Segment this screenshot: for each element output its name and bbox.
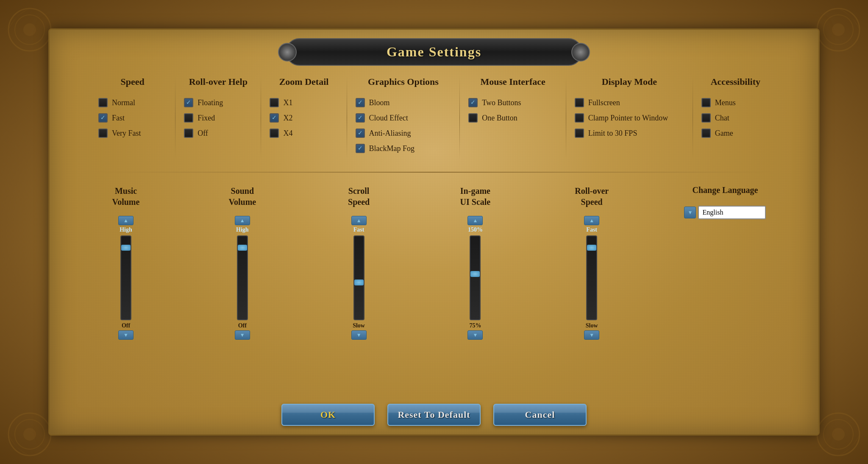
graphics-bloom-checkbox[interactable]: ✓ (356, 98, 365, 107)
speed-fast-checkbox[interactable]: ✓ (98, 113, 108, 123)
rollover-off-checkbox[interactable] (184, 129, 193, 138)
ui-scale-down-btn[interactable]: ▼ (467, 330, 483, 340)
rollover-off-label: Off (198, 129, 208, 138)
sound-volume-slider: Sound Volume ▲ High Off ▼ (217, 185, 268, 340)
rollover-speed-down-btn[interactable]: ▼ (584, 330, 599, 340)
sound-volume-top-label: High (236, 226, 249, 233)
music-volume-title: Music Volume (112, 185, 140, 207)
reset-button[interactable]: Reset To Default (387, 404, 481, 426)
zoom-detail-title: Zoom Detail (270, 76, 338, 87)
rollover-help-title: Roll-over Help (184, 76, 252, 87)
sound-volume-thumb[interactable] (238, 245, 247, 251)
graphics-cloud-checkbox[interactable]: ✓ (356, 113, 365, 123)
graphics-aa-checkbox[interactable]: ✓ (356, 129, 365, 138)
divider-1 (175, 76, 175, 159)
sound-volume-up-btn[interactable]: ▲ (235, 216, 250, 225)
graphics-fog-checkbox[interactable]: ✓ (356, 144, 365, 153)
rollover-speed-track[interactable] (586, 235, 597, 320)
sound-volume-container: ▲ High Off ▼ (217, 216, 268, 340)
mouse-one-checkbox[interactable] (468, 113, 478, 123)
access-game-item: Game (701, 129, 770, 138)
ok-button[interactable]: OK (281, 404, 375, 426)
language-dropdown-arrow[interactable]: ▼ (684, 207, 696, 218)
graphics-fog-label: BlackMap Fog (369, 144, 415, 153)
zoom-x4-label: X4 (283, 129, 292, 138)
zoom-x4-checkbox[interactable] (270, 129, 279, 138)
graphics-bloom-item: ✓ Bloom (356, 98, 451, 107)
corner-decoration-tr (813, 4, 864, 55)
ui-scale-up-btn[interactable]: ▲ (467, 216, 483, 225)
zoom-x1-label: X1 (283, 98, 292, 107)
language-value[interactable]: English (698, 206, 766, 219)
music-volume-thumb[interactable] (121, 245, 131, 251)
display-section: Display Mode Fullscreen Clamp Pointer to… (568, 76, 690, 159)
rollover-speed-top-label: Fast (586, 226, 597, 233)
display-fps-label: Limit to 30 FPS (588, 129, 637, 138)
mouse-section: Mouse Interface ✓ Two Buttons One Button (462, 76, 564, 159)
rollover-floating-checkbox[interactable]: ✓ (184, 98, 193, 107)
mouse-two-item: ✓ Two Buttons (468, 98, 557, 107)
ui-scale-track[interactable] (470, 235, 481, 320)
scroll-speed-title: Scroll Speed (348, 185, 370, 207)
mouse-two-checkbox[interactable]: ✓ (468, 98, 478, 107)
music-volume-up-btn[interactable]: ▲ (118, 216, 134, 225)
scroll-speed-track[interactable] (353, 235, 364, 320)
music-volume-track[interactable] (120, 235, 131, 320)
graphics-cloud-label: Cloud Effect (369, 114, 408, 123)
access-menus-label: Menus (715, 98, 736, 107)
speed-veryfast-item: Very Fast (98, 129, 167, 138)
scroll-speed-up-btn[interactable]: ▲ (351, 216, 367, 225)
svg-point-5 (832, 23, 845, 36)
sound-volume-down-btn[interactable]: ▼ (235, 330, 250, 340)
sound-volume-track[interactable] (237, 235, 248, 320)
settings-top-row: Speed Normal ✓ Fast (92, 76, 776, 159)
access-chat-checkbox[interactable] (701, 113, 711, 123)
main-panel: Game Settings Speed Normal ✓ (48, 28, 820, 436)
divider-3 (347, 76, 347, 159)
rollover-fixed-checkbox[interactable] (184, 113, 193, 123)
speed-fast-item: ✓ Fast (98, 113, 167, 123)
rollover-speed-slider: Roll-over Speed ▲ Fast Slow ▼ (566, 185, 617, 340)
scroll-speed-thumb[interactable] (354, 280, 364, 285)
ui-scale-thumb[interactable] (470, 271, 480, 277)
graphics-bloom-label: Bloom (369, 98, 390, 107)
mouse-two-label: Two Buttons (482, 98, 521, 107)
access-game-checkbox[interactable] (701, 129, 711, 138)
rollover-help-section: Roll-over Help ✓ Floating Fixed (178, 76, 259, 159)
zoom-x2-checkbox[interactable]: ✓ (270, 113, 279, 123)
ok-button-label: OK (320, 409, 336, 420)
speed-veryfast-label: Very Fast (112, 129, 141, 138)
scroll-speed-top-label: Fast (353, 226, 364, 233)
language-title: Change Language (692, 185, 758, 195)
rollover-speed-up-btn[interactable]: ▲ (584, 216, 599, 225)
accessibility-section: Accessibility Menus Chat Game (695, 76, 776, 159)
music-volume-down-btn[interactable]: ▼ (118, 330, 134, 340)
cancel-button-label: Cancel (525, 409, 555, 420)
mouse-one-label: One Button (482, 114, 517, 123)
display-fps-checkbox[interactable] (575, 129, 584, 138)
zoom-detail-section: Zoom Detail X1 ✓ X2 (263, 76, 344, 159)
reset-button-label: Reset To Default (398, 409, 470, 420)
music-volume-slider: Music Volume ▲ High Off ▼ (100, 185, 151, 340)
speed-title: Speed (98, 76, 167, 87)
zoom-x2-label: X2 (283, 114, 292, 123)
graphics-title: Graphics Options (356, 76, 451, 87)
scroll-speed-down-btn[interactable]: ▼ (351, 330, 367, 340)
graphics-aa-label: Anti-Aliasing (369, 129, 411, 138)
access-menus-item: Menus (701, 98, 770, 107)
rollover-floating-label: Floating (198, 98, 223, 107)
graphics-fog-item: ✓ BlackMap Fog (356, 144, 451, 153)
speed-veryfast-checkbox[interactable] (98, 129, 108, 138)
access-chat-item: Chat (701, 113, 770, 123)
display-fullscreen-checkbox[interactable] (575, 98, 584, 107)
bottom-buttons: OK Reset To Default Cancel (281, 404, 587, 426)
access-menus-checkbox[interactable] (701, 98, 711, 107)
display-clamp-checkbox[interactable] (575, 113, 584, 123)
zoom-x1-checkbox[interactable] (270, 98, 279, 107)
speed-normal-checkbox[interactable] (98, 98, 108, 107)
cancel-button[interactable]: Cancel (493, 404, 587, 426)
svg-point-2 (23, 23, 36, 36)
rollover-speed-thumb[interactable] (587, 245, 596, 251)
scroll-speed-container: ▲ Fast Slow ▼ (334, 216, 384, 340)
zoom-x2-item: ✓ X2 (270, 113, 338, 123)
